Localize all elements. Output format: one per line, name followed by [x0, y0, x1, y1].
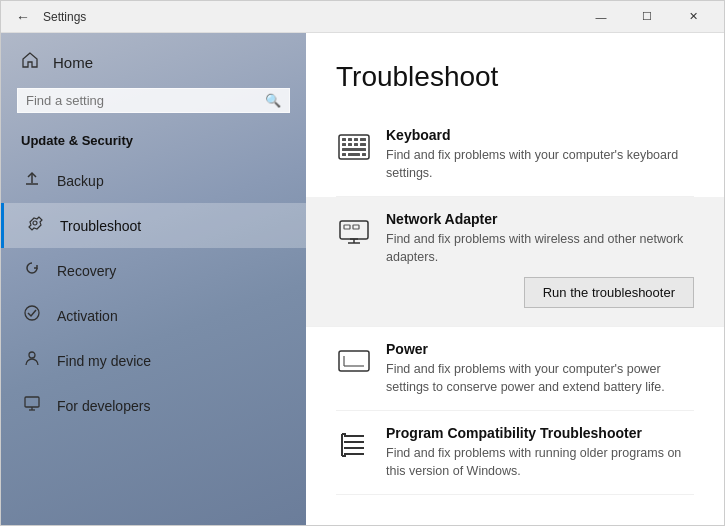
sidebar-item-for-developers[interactable]: For developers: [1, 383, 306, 428]
svg-rect-22: [353, 225, 359, 229]
right-panel: Troubleshoot: [306, 33, 724, 525]
backup-icon: [21, 169, 43, 192]
maximize-button[interactable]: ☐: [624, 1, 670, 33]
program-compat-info: Program Compatibility Troubleshooter Fin…: [386, 425, 694, 480]
svg-rect-15: [360, 143, 366, 146]
activation-icon: [21, 304, 43, 327]
settings-window: ← Settings — ☐ ✕ Home 🔍 Update & S: [0, 0, 725, 526]
troubleshoot-item-keyboard: Keyboard Find and fix problems with your…: [336, 113, 694, 197]
troubleshoot-item-power: Power Find and fix problems with your co…: [336, 327, 694, 411]
svg-rect-14: [354, 143, 358, 146]
search-icon: 🔍: [265, 93, 281, 108]
home-label: Home: [53, 54, 93, 71]
sidebar: Home 🔍 Update & Security Backup: [1, 33, 306, 525]
svg-point-3: [29, 352, 35, 358]
sidebar-item-recovery-label: Recovery: [57, 263, 116, 279]
program-compat-icon-box: [336, 427, 372, 463]
page-title: Troubleshoot: [336, 61, 694, 93]
svg-rect-20: [340, 221, 368, 239]
network-adapter-name: Network Adapter: [386, 211, 694, 227]
sidebar-item-for-developers-label: For developers: [57, 398, 150, 414]
search-input[interactable]: [26, 93, 265, 108]
svg-rect-18: [348, 153, 360, 156]
for-developers-icon: [21, 394, 43, 417]
back-button[interactable]: ←: [9, 3, 37, 31]
svg-rect-21: [344, 225, 350, 229]
program-compat-name: Program Compatibility Troubleshooter: [386, 425, 694, 441]
troubleshoot-icon: [24, 214, 46, 237]
main-content: Home 🔍 Update & Security Backup: [1, 33, 724, 525]
svg-point-2: [25, 306, 39, 320]
troubleshoot-item-program-compatibility: Program Compatibility Troubleshooter Fin…: [336, 411, 694, 495]
power-name: Power: [386, 341, 694, 357]
svg-rect-13: [348, 143, 352, 146]
close-button[interactable]: ✕: [670, 1, 716, 33]
power-desc: Find and fix problems with your computer…: [386, 360, 694, 396]
recovery-icon: [21, 259, 43, 282]
keyboard-desc: Find and fix problems with your computer…: [386, 146, 694, 182]
sidebar-item-find-my-device[interactable]: Find my device: [1, 338, 306, 383]
network-adapter-info: Network Adapter Find and fix problems wi…: [386, 211, 694, 311]
power-icon-box: [336, 343, 372, 379]
keyboard-info: Keyboard Find and fix problems with your…: [386, 127, 694, 182]
sidebar-item-activation[interactable]: Activation: [1, 293, 306, 338]
search-box[interactable]: 🔍: [17, 88, 290, 113]
svg-rect-12: [342, 143, 346, 146]
svg-rect-19: [362, 153, 366, 156]
sidebar-item-recovery[interactable]: Recovery: [1, 248, 306, 293]
sidebar-item-activation-label: Activation: [57, 308, 118, 324]
find-my-device-icon: [21, 349, 43, 372]
titlebar: ← Settings — ☐ ✕: [1, 1, 724, 33]
sidebar-item-troubleshoot-label: Troubleshoot: [60, 218, 141, 234]
keyboard-name: Keyboard: [386, 127, 694, 143]
program-compat-desc: Find and fix problems with running older…: [386, 444, 694, 480]
network-adapter-icon-box: [336, 213, 372, 249]
sidebar-item-find-my-device-label: Find my device: [57, 353, 151, 369]
window-controls: — ☐ ✕: [578, 1, 716, 33]
svg-rect-4: [25, 397, 39, 407]
minimize-button[interactable]: —: [578, 1, 624, 33]
power-info: Power Find and fix problems with your co…: [386, 341, 694, 396]
run-troubleshooter-button[interactable]: Run the troubleshooter: [524, 277, 694, 308]
svg-rect-9: [348, 138, 352, 141]
run-btn-row: Run the troubleshooter: [386, 277, 694, 308]
svg-rect-11: [360, 138, 366, 141]
network-adapter-desc: Find and fix problems with wireless and …: [386, 230, 694, 266]
svg-point-1: [33, 221, 37, 225]
keyboard-icon-box: [336, 129, 372, 165]
svg-rect-16: [342, 148, 366, 151]
home-icon: [21, 51, 39, 74]
troubleshoot-item-network-adapter: Network Adapter Find and fix problems wi…: [306, 197, 724, 326]
sidebar-item-backup[interactable]: Backup: [1, 158, 306, 203]
svg-rect-8: [342, 138, 346, 141]
svg-rect-17: [342, 153, 346, 156]
window-title: Settings: [43, 10, 86, 24]
sidebar-section-title: Update & Security: [1, 127, 306, 158]
sidebar-item-home[interactable]: Home: [1, 33, 306, 88]
sidebar-item-troubleshoot[interactable]: Troubleshoot: [1, 203, 306, 248]
svg-rect-10: [354, 138, 358, 141]
sidebar-item-backup-label: Backup: [57, 173, 104, 189]
